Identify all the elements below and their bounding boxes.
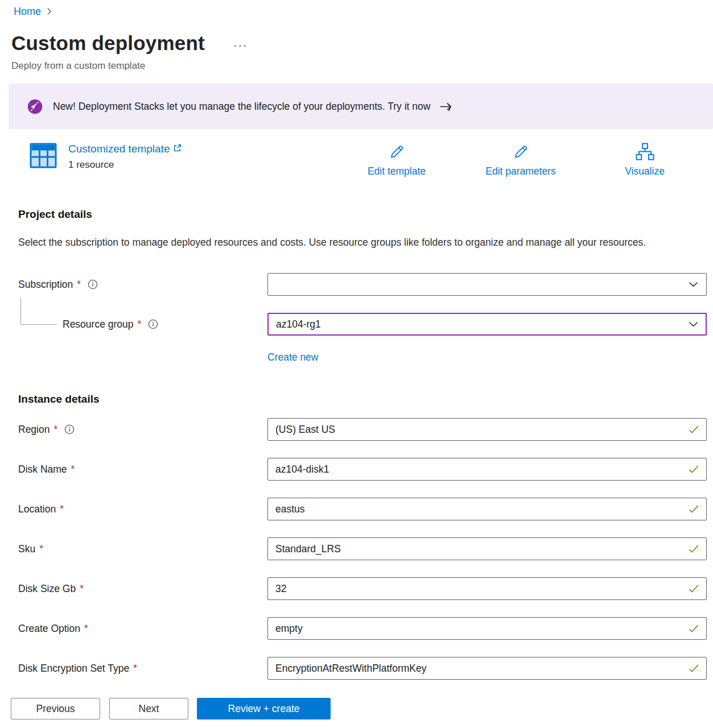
location-label-text: Location xyxy=(18,503,56,515)
breadcrumb: Home xyxy=(14,5,707,18)
sku-label: Sku * xyxy=(18,543,267,555)
disk-size-input[interactable] xyxy=(267,577,707,600)
announcement-banner: New! Deployment Stacks let you manage th… xyxy=(9,84,713,129)
edit-parameters-button[interactable]: Edit parameters xyxy=(459,143,583,177)
required-asterisk: * xyxy=(39,543,43,555)
resource-group-value: az104-rg1 xyxy=(276,318,321,330)
parent-child-connector-line xyxy=(20,298,57,325)
review-create-button[interactable]: Review + create xyxy=(197,698,331,719)
disk-encryption-set-type-input[interactable] xyxy=(267,657,707,680)
valid-check-icon xyxy=(688,545,699,553)
required-asterisk: * xyxy=(138,318,142,330)
visualize-button[interactable]: Visualize xyxy=(583,143,707,177)
valid-check-icon xyxy=(688,664,699,673)
location-label: Location * xyxy=(18,503,267,515)
required-asterisk: * xyxy=(80,583,84,595)
disk-encryption-set-type-row: Disk Encryption Set Type * xyxy=(18,657,707,680)
page-content: Home Custom deployment ··· Deploy from a… xyxy=(0,0,713,680)
template-actions: Edit template Edit parameters xyxy=(335,143,707,177)
template-info: Customized template 1 resource xyxy=(68,143,182,171)
edit-parameters-label: Edit parameters xyxy=(485,166,556,177)
page-subtitle: Deploy from a custom template xyxy=(11,60,707,72)
edit-template-label: Edit template xyxy=(368,166,426,177)
project-details-description: Select the subscription to manage deploy… xyxy=(18,234,671,251)
subscription-label: Subscription * xyxy=(18,279,267,291)
disk-encryption-set-type-field xyxy=(267,657,707,680)
breadcrumb-chevron-right-icon xyxy=(47,7,52,15)
title-row: Custom deployment ··· xyxy=(11,32,707,55)
info-icon[interactable] xyxy=(64,424,75,435)
valid-check-icon xyxy=(688,465,699,474)
create-option-field xyxy=(267,617,707,640)
footer-action-bar: Previous Next Review + create xyxy=(0,689,713,728)
page-title: Custom deployment xyxy=(11,32,205,55)
instance-details-heading: Instance details xyxy=(18,393,707,406)
pencil-icon xyxy=(388,143,406,160)
required-asterisk: * xyxy=(133,663,137,675)
create-option-row: Create Option * xyxy=(18,617,707,640)
subscription-row: Subscription * xyxy=(18,273,707,296)
valid-check-icon xyxy=(688,585,699,593)
template-resource-count: 1 resource xyxy=(68,159,182,171)
location-row: Location * xyxy=(18,498,707,520)
required-asterisk: * xyxy=(71,464,75,475)
disk-size-label: Disk Size Gb * xyxy=(18,583,267,595)
disk-name-label: Disk Name * xyxy=(18,464,267,475)
info-icon[interactable] xyxy=(148,319,158,329)
more-options-button[interactable]: ··· xyxy=(233,38,248,48)
sku-label-text: Sku xyxy=(18,543,35,555)
resource-group-select[interactable]: az104-rg1 xyxy=(267,313,707,336)
valid-check-icon xyxy=(688,505,699,514)
create-option-input[interactable] xyxy=(267,617,707,640)
region-label: Region * xyxy=(18,424,267,436)
create-option-label: Create Option * xyxy=(18,623,267,635)
sku-input[interactable] xyxy=(267,537,707,560)
previous-button[interactable]: Previous xyxy=(11,698,100,719)
region-label-text: Region xyxy=(18,424,50,436)
subscription-select[interactable] xyxy=(267,273,707,296)
chevron-down-icon xyxy=(689,321,698,327)
project-details-form: Subscription * xyxy=(18,273,707,363)
disk-size-field xyxy=(267,577,707,600)
banner-text: New! Deployment Stacks let you manage th… xyxy=(53,101,430,113)
required-asterisk: * xyxy=(53,424,57,436)
resource-group-row: Resource group * az104-rg1 xyxy=(18,313,707,336)
customized-template-link[interactable]: Customized template xyxy=(68,143,182,155)
region-field xyxy=(267,418,707,441)
create-new-link[interactable]: Create new xyxy=(267,351,319,363)
create-option-label-text: Create Option xyxy=(18,623,80,635)
required-asterisk: * xyxy=(60,503,64,515)
disk-name-label-text: Disk Name xyxy=(18,464,67,475)
subscription-field xyxy=(267,273,707,296)
info-icon[interactable] xyxy=(88,279,98,289)
sku-field xyxy=(267,537,707,560)
sku-row: Sku * xyxy=(18,537,707,560)
disk-encryption-set-type-label-text: Disk Encryption Set Type xyxy=(18,663,129,675)
template-summary-row: Customized template 1 resource xyxy=(18,143,707,177)
disk-size-row: Disk Size Gb * xyxy=(18,577,707,600)
visualize-label: Visualize xyxy=(625,166,665,177)
next-button[interactable]: Next xyxy=(109,698,188,719)
disk-size-label-text: Disk Size Gb xyxy=(18,583,76,595)
disk-encryption-set-type-label: Disk Encryption Set Type * xyxy=(18,663,267,675)
disk-name-row: Disk Name * xyxy=(18,458,707,481)
subscription-label-text: Subscription xyxy=(18,279,73,291)
disk-name-input[interactable] xyxy=(267,458,707,481)
region-row: Region * xyxy=(18,418,707,441)
external-link-icon xyxy=(173,144,182,152)
arrow-right-icon[interactable] xyxy=(439,102,452,111)
custom-deployment-page: Home Custom deployment ··· Deploy from a… xyxy=(0,0,713,728)
hierarchy-icon xyxy=(636,143,654,160)
breadcrumb-home-link[interactable]: Home xyxy=(14,6,41,18)
edit-template-button[interactable]: Edit template xyxy=(335,143,459,177)
region-input[interactable] xyxy=(267,418,707,441)
valid-check-icon xyxy=(688,624,699,633)
template-name: Customized template xyxy=(68,143,170,155)
location-input[interactable] xyxy=(267,498,707,520)
project-details-heading: Project details xyxy=(18,208,707,221)
chevron-down-icon xyxy=(689,282,698,287)
template-icon xyxy=(30,143,57,171)
resource-group-field: az104-rg1 xyxy=(267,313,707,336)
disk-name-field xyxy=(267,458,707,481)
instance-details-form: Region * xyxy=(18,418,707,680)
